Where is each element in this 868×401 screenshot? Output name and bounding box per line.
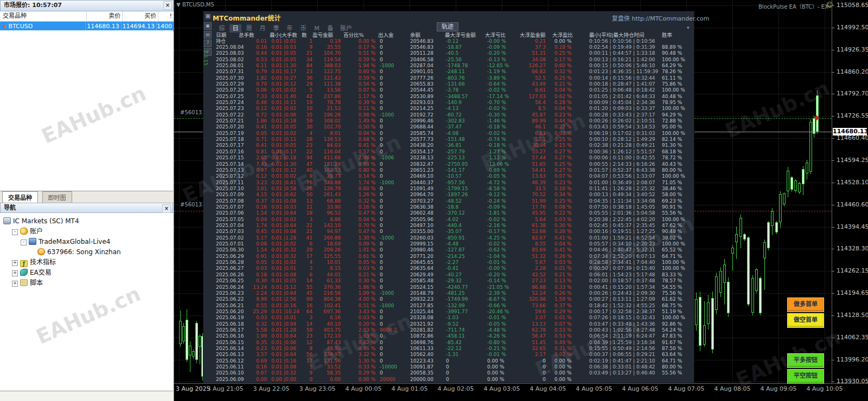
stats-cell: 0 bbox=[380, 254, 408, 260]
stats-cell: 0.30 bbox=[245, 278, 267, 284]
stats-cell: 1.86 bbox=[245, 118, 267, 124]
stats-cell: 411.66 bbox=[314, 155, 341, 161]
candle-body bbox=[192, 351, 195, 357]
stats-cell: -9.52 bbox=[446, 321, 485, 327]
trade-button-做空首单[interactable]: 做空首单 bbox=[787, 313, 824, 328]
stats-cell: 0.34 % bbox=[554, 192, 586, 198]
stats-cell: 0.37 bbox=[245, 198, 267, 204]
stats-cell: 0.01 |0.58 bbox=[271, 186, 303, 192]
stats-cell: 0.01 |0.05 bbox=[271, 124, 303, 130]
stats-cell: 7.43 bbox=[245, 161, 267, 167]
stats-cell: 57.44 bbox=[522, 155, 546, 161]
market-watch-titlebar[interactable]: 市场报价: 10:57:07 × bbox=[0, 0, 174, 11]
stats-cell: -0.14 % bbox=[487, 278, 519, 284]
stats-cell: 0.01 |0.32 bbox=[271, 247, 303, 253]
stats-cell: 0.01 |0.06 bbox=[271, 346, 303, 352]
stats-cell: 0:03:43 | 0:59:54 | 3:14:53 bbox=[589, 124, 660, 130]
price-tick bbox=[832, 94, 834, 94]
bottom-splitter[interactable] bbox=[0, 391, 173, 401]
expand-icon[interactable]: + bbox=[12, 260, 18, 266]
close-icon[interactable]: × bbox=[163, 1, 172, 10]
stats-cell: 20497.10 bbox=[410, 223, 444, 229]
stats-cell: 0.01 |2.56 bbox=[271, 296, 303, 302]
col-symbol[interactable]: 交易品种 bbox=[0, 11, 87, 21]
stats-cell: 0 bbox=[380, 118, 408, 124]
stats-cell: 40.43 % bbox=[662, 161, 690, 167]
close-icon[interactable]: × bbox=[162, 204, 171, 213]
stats-cell: 0.01 |0.05 bbox=[271, 57, 303, 63]
stats-cell: -60.72 bbox=[446, 112, 485, 118]
stats-cell: 0.01 |1.28 bbox=[271, 327, 303, 333]
col-bid[interactable]: 卖价 bbox=[87, 11, 123, 21]
collapse-icon[interactable]: - bbox=[12, 229, 18, 235]
candle-body bbox=[735, 234, 738, 242]
stats-row-date: 2025.07.11 bbox=[216, 180, 250, 186]
sidebar-item-脚本[interactable]: +脚本 bbox=[3, 279, 43, 288]
stats-cell: -1.19 % bbox=[487, 69, 519, 75]
stats-cell: 172.10 bbox=[314, 333, 341, 339]
stats-cell: 0.21 % bbox=[342, 272, 375, 278]
stats-cell: -0.62 % bbox=[487, 247, 519, 253]
stats-cell: 0 bbox=[380, 131, 408, 137]
stats-cell: 0.29 % bbox=[342, 370, 375, 376]
stats-cell: 20438.20 bbox=[410, 143, 444, 148]
price-tick bbox=[832, 227, 834, 228]
stats-cell: 6.16 bbox=[314, 315, 341, 321]
stats-cell: 0.01 |0.62 bbox=[271, 192, 303, 198]
stats-cell: 0.25 % bbox=[554, 50, 586, 56]
stats-cell: 0.53 % bbox=[554, 333, 586, 339]
expand-icon[interactable]: + bbox=[12, 281, 18, 287]
stats-cell: -957.56 bbox=[446, 180, 485, 186]
stats-row-date: 2025.07.19 bbox=[216, 131, 250, 137]
stats-cell: -1.46 % bbox=[487, 118, 519, 124]
chevron-down-icon[interactable]: ▼ bbox=[176, 2, 181, 8]
stats-cell: 94.29 % bbox=[662, 112, 690, 118]
stats-cell: -18.8 bbox=[446, 204, 485, 210]
trade-button-平空按钮[interactable]: 平空按钮 bbox=[787, 369, 824, 384]
stats-cell: 90.48 % bbox=[662, 229, 690, 235]
sidebar-item-EA交易[interactable]: +EA交易 bbox=[3, 268, 52, 278]
sidebar-item-TradeMaxGlobal-Live4[interactable]: -TradeMaxGlobal-Live4 bbox=[3, 237, 110, 247]
stats-cell: 0.03 % bbox=[342, 315, 375, 321]
candle-body bbox=[771, 211, 774, 226]
navigator-title: 导航 bbox=[4, 204, 16, 211]
stats-cell: 376.36 bbox=[314, 284, 341, 290]
tab-tick-chart[interactable]: 即时图 bbox=[42, 191, 72, 203]
navigator-titlebar[interactable]: 导航 × bbox=[0, 203, 173, 213]
stats-cell: 20651.23 bbox=[410, 167, 444, 173]
sidebar-item-637966: Song Xinzhan[interactable]: 637966: Song Xinzhan bbox=[3, 248, 121, 257]
stats-cell: -17.14 % bbox=[487, 94, 519, 100]
col-spread[interactable]: ! bbox=[158, 11, 174, 21]
stats-cell: 10562.40 bbox=[410, 352, 444, 358]
stats-cell: 83.33 % bbox=[662, 272, 690, 278]
stats-cell: 104.70 bbox=[314, 50, 341, 56]
stats-cell: 88.89 % bbox=[662, 44, 690, 50]
collapse-icon[interactable]: - bbox=[21, 240, 27, 245]
price-tick-label: 114460.60 bbox=[837, 201, 868, 208]
stats-cell: 20546.83 bbox=[410, 38, 444, 44]
stats-cell: 0.01 |0.06 bbox=[271, 112, 303, 118]
stats-cell: 0.41 % bbox=[554, 235, 586, 241]
col-ask[interactable]: 买价 bbox=[123, 11, 158, 21]
stats-cell: 320.98 bbox=[522, 296, 546, 302]
stats-cell: -0.30 % bbox=[487, 112, 519, 118]
stats-cell: 804.38 bbox=[314, 296, 341, 302]
stats-cell: 0 bbox=[380, 315, 408, 321]
sidebar-item-IC Markets (SC) MT4[interactable]: IC Markets (SC) MT4 bbox=[3, 217, 79, 227]
stats-cell: 14 bbox=[302, 321, 312, 327]
candle-body bbox=[707, 302, 710, 324]
sidebar-item-账户[interactable]: -账户 bbox=[3, 227, 43, 237]
stats-row-date: 2025.07.30 bbox=[216, 75, 250, 81]
sidebar-item-技术指标[interactable]: +ƒ技术指标 bbox=[3, 258, 56, 268]
stats-cell: 122.75 bbox=[314, 69, 341, 75]
tab-symbols[interactable]: 交易品种 bbox=[2, 191, 38, 203]
stats-cell: -9.12 % bbox=[487, 192, 519, 198]
stats-cell: 0.00 % bbox=[554, 364, 586, 370]
trade-button-平多按钮[interactable]: 平多按钮 bbox=[787, 353, 824, 368]
stats-cell: 58.00 % bbox=[662, 192, 690, 198]
stats-cell: 0.03 bbox=[245, 315, 267, 321]
trade-button-做多首单[interactable]: 做多首单 bbox=[787, 297, 824, 312]
expand-icon[interactable]: + bbox=[12, 270, 18, 276]
stats-cell: 54.41 bbox=[522, 167, 546, 173]
stats-cell: -1000 bbox=[380, 112, 408, 118]
